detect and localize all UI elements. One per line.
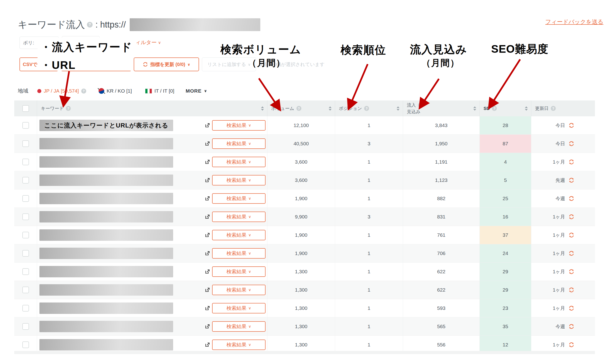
help-icon[interactable]: ? (81, 89, 86, 93)
row-checkbox[interactable] (22, 268, 29, 275)
refresh-icon[interactable] (568, 122, 574, 129)
external-link-icon[interactable] (205, 123, 210, 128)
sd-value: 25 (503, 196, 508, 201)
select-all-checkbox[interactable] (22, 105, 29, 112)
help-icon[interactable]: ? (364, 106, 369, 111)
refresh-icon[interactable] (568, 342, 574, 348)
updated-value: 1ヶ月 (553, 232, 565, 238)
external-link-icon[interactable] (205, 196, 210, 201)
external-link-icon[interactable] (205, 159, 210, 165)
search-results-button[interactable]: 検索結果 ∨ (212, 157, 266, 167)
header-sd: SD? (479, 100, 531, 116)
row-select-cell (14, 226, 37, 244)
annotation-keyword-line1: ・流入キーワード (40, 40, 132, 55)
region-tab-it[interactable]: IT / IT [0] (145, 88, 174, 94)
help-icon[interactable]: ? (418, 103, 423, 108)
volume-value: 1,300 (267, 263, 335, 281)
row-checkbox[interactable] (22, 305, 29, 312)
help-icon[interactable]: ? (297, 106, 301, 111)
search-results-button[interactable]: 検索結果 ∨ (212, 138, 266, 149)
refresh-icon[interactable] (568, 177, 574, 183)
search-results-button[interactable]: 検索結果 ∨ (212, 285, 266, 295)
search-results-button[interactable]: 検索結果 ∨ (212, 321, 266, 332)
refresh-icon[interactable] (568, 141, 574, 147)
external-link-icon[interactable] (205, 324, 210, 329)
sd-cell: 28 (479, 116, 531, 134)
row-checkbox[interactable] (22, 323, 29, 330)
more-filters-toggle[interactable]: ィルター ∨ (135, 39, 161, 46)
search-results-label: 検索結果 (227, 323, 246, 330)
search-results-button[interactable]: 検索結果 ∨ (212, 212, 266, 222)
row-checkbox[interactable] (22, 213, 29, 220)
header-position-label: ポジション (339, 105, 362, 112)
row-checkbox[interactable] (22, 341, 29, 348)
keywords-table: キーワード? ボリューム? ポジション? 流入? 見込み SD? 更新日? (14, 100, 595, 354)
external-link-icon[interactable] (205, 306, 210, 311)
updated-cell: 今週 (531, 317, 595, 336)
sd-value: 12 (503, 342, 508, 348)
refresh-icon[interactable] (568, 269, 574, 275)
chevron-down-icon: ∨ (248, 215, 251, 219)
search-results-button[interactable]: 検索結果 ∨ (212, 193, 266, 204)
sd-value: 28 (503, 123, 508, 128)
region-tab-kr[interactable]: KR / KO [1] (99, 88, 132, 94)
region-tab-jp[interactable]: JP / JA [50,574] ? (37, 88, 86, 94)
help-icon[interactable]: ? (66, 106, 71, 111)
row-checkbox[interactable] (22, 195, 29, 202)
annotation-position: 検索順位 (341, 43, 386, 57)
keyword-note: ここに流入キーワードとURLが表示される (44, 121, 168, 130)
refresh-icon[interactable] (568, 232, 574, 238)
help-icon[interactable]: ? (87, 22, 93, 27)
sort-keyword-control[interactable] (261, 106, 264, 111)
refresh-icon[interactable] (568, 214, 574, 220)
send-feedback-link[interactable]: フィードバックを送る (545, 18, 604, 26)
row-select-cell (14, 244, 37, 262)
updated-cell: 今日 (531, 116, 595, 134)
chevron-down-icon: ∨ (248, 288, 251, 292)
search-results-button[interactable]: 検索結果 ∨ (212, 339, 266, 350)
search-results-button[interactable]: 検索結果 ∨ (212, 230, 266, 240)
sort-traffic-control[interactable] (473, 106, 476, 111)
sort-volume-control[interactable] (329, 106, 332, 111)
row-checkbox[interactable] (22, 140, 29, 147)
row-checkbox[interactable] (22, 250, 29, 257)
row-checkbox[interactable] (22, 177, 29, 183)
sort-position-control[interactable] (397, 106, 400, 111)
update-metrics-button[interactable]: 指標を更新 (0/0) ∨ (134, 57, 199, 71)
table-row: 検索結果 ∨ 40,500 3 1,950 87 今日 (14, 135, 595, 153)
external-link-icon[interactable] (205, 342, 210, 347)
search-results-button[interactable]: 検索結果 ∨ (212, 120, 266, 130)
refresh-icon[interactable] (568, 250, 574, 256)
more-regions-button[interactable]: MORE ∨ (186, 88, 207, 94)
row-checkbox[interactable] (22, 122, 29, 129)
partial-next-row (14, 351, 595, 354)
row-checkbox[interactable] (22, 286, 29, 293)
search-results-button[interactable]: 検索結果 ∨ (212, 266, 266, 277)
help-icon[interactable]: ? (551, 106, 556, 111)
external-link-icon[interactable] (205, 269, 210, 274)
row-select-cell (14, 299, 37, 317)
chevron-down-icon: ∨ (248, 325, 251, 328)
updated-cell: 今日 (531, 135, 595, 153)
search-results-button[interactable]: 検索結果 ∨ (212, 175, 266, 185)
refresh-icon[interactable] (568, 323, 574, 330)
search-results-button[interactable]: 検索結果 ∨ (212, 248, 266, 259)
external-link-icon[interactable] (205, 178, 210, 183)
refresh-icon[interactable] (568, 305, 574, 311)
refresh-icon[interactable] (568, 195, 574, 202)
refresh-icon[interactable] (568, 159, 574, 165)
sort-sd-control[interactable] (525, 106, 528, 111)
row-checkbox[interactable] (22, 159, 29, 165)
row-checkbox[interactable] (22, 232, 29, 238)
chevron-down-icon: ∨ (248, 197, 251, 200)
external-link-icon[interactable] (205, 233, 210, 238)
search-results-button[interactable]: 検索結果 ∨ (212, 303, 266, 313)
external-link-icon[interactable] (205, 251, 210, 256)
refresh-icon[interactable] (568, 287, 574, 293)
jp-region-label: JP / JA [50,574] (44, 88, 79, 94)
external-link-icon[interactable] (205, 141, 210, 146)
page-title: キーワード流入 (18, 18, 85, 31)
external-link-icon[interactable] (205, 214, 210, 219)
help-icon[interactable]: ? (492, 106, 497, 111)
external-link-icon[interactable] (205, 287, 210, 293)
